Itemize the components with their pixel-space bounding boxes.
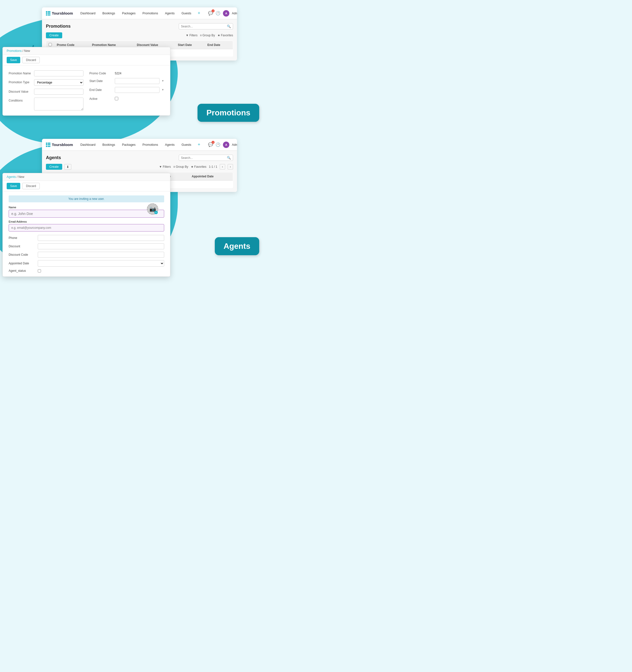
- field-promo-code: Promo Code 5224: [90, 70, 164, 75]
- filter-icon: ▼: [186, 33, 188, 37]
- discount-value-input[interactable]: [34, 89, 83, 95]
- phone-label: Phone: [9, 236, 36, 240]
- nav-packages[interactable]: Packages: [121, 11, 137, 15]
- filters-label: Filters: [189, 33, 198, 37]
- favorites-button[interactable]: ★ Favorites: [218, 33, 233, 37]
- avatar[interactable]: A: [223, 10, 229, 17]
- invite-banner: You are inviting a new user.: [9, 195, 164, 202]
- promotions-form-row: Promotion Name Promotion Type Percentage…: [9, 70, 164, 111]
- start-date-input[interactable]: [115, 78, 159, 84]
- promotions-form-body: Promotion Name Promotion Type Percentage…: [3, 66, 170, 115]
- agents-star-icon: ★: [191, 165, 194, 168]
- agent-email-input[interactable]: [9, 224, 164, 232]
- promotions-form-actions: Save Discard: [3, 55, 170, 66]
- agents-search-input[interactable]: [181, 156, 227, 160]
- active-label: Active: [90, 96, 113, 100]
- agents-create-button[interactable]: Create: [46, 164, 62, 170]
- nav-agents-b[interactable]: Agents: [163, 143, 176, 146]
- nav-guests-b[interactable]: Guests: [180, 143, 193, 146]
- field-end-date: End Date ▼: [90, 87, 164, 93]
- promotions-page-header: Promotions 🔍: [46, 23, 233, 29]
- photo-upload-button[interactable]: 📷 +: [147, 203, 158, 215]
- create-button[interactable]: Create: [46, 32, 62, 38]
- promotion-type-select[interactable]: Percentage Fixed: [34, 79, 83, 86]
- save-button[interactable]: Save: [7, 57, 20, 63]
- notifications-icon[interactable]: 💬 2: [208, 11, 213, 16]
- active-checkbox[interactable]: [115, 97, 118, 100]
- admin-name-b: Administrator: [232, 143, 237, 146]
- search-icon[interactable]: 🔍: [227, 24, 231, 28]
- email-field-label: Email Address: [9, 220, 164, 223]
- nav-bookings-b[interactable]: Bookings: [101, 143, 117, 146]
- star-icon: ★: [218, 33, 220, 37]
- brand-logo: Toursbloom: [46, 11, 73, 16]
- add-nav-icon[interactable]: +: [198, 10, 200, 16]
- search-input[interactable]: [181, 25, 227, 28]
- agents-favorites-button[interactable]: ★ Favorites: [191, 165, 206, 168]
- pagination-text: 1-1 / 1: [209, 165, 217, 168]
- agents-discard-button[interactable]: Discard: [22, 183, 40, 189]
- nav-packages-b[interactable]: Packages: [121, 143, 137, 146]
- toolbar-right: ▼ Filters ≡ Group By ★ Favorites: [186, 33, 233, 37]
- avatar-b[interactable]: A: [223, 142, 229, 148]
- group-by-button[interactable]: ≡ Group By: [200, 33, 215, 37]
- agents-favorites-label: Favorites: [194, 165, 206, 168]
- end-date-input[interactable]: [115, 87, 159, 93]
- agent-name-input[interactable]: [9, 210, 164, 218]
- name-section: Name 📷 +: [9, 206, 164, 218]
- promotions-form-right: Promo Code 5224 Start Date ▼ End Date ▼ …: [90, 70, 164, 111]
- nav-promotions[interactable]: Promotions: [141, 11, 159, 15]
- agents-toolbar: Create ⬇ ▼ Filters ≡ Group By ★ Favorite…: [46, 164, 233, 170]
- brand-grid-icon: [46, 11, 50, 16]
- admin-name: Administrator: [232, 11, 237, 15]
- download-button[interactable]: ⬇: [64, 164, 71, 170]
- agents-search-bar: 🔍: [179, 155, 233, 161]
- nav-bookings[interactable]: Bookings: [101, 11, 117, 15]
- add-nav-icon-b[interactable]: +: [198, 142, 200, 147]
- agent-status-checkbox[interactable]: [38, 269, 41, 272]
- col-end-date: End Date: [205, 41, 233, 49]
- brand-logo-bottom: Toursbloom: [46, 143, 73, 147]
- nav-dashboard-b[interactable]: Dashboard: [79, 143, 97, 146]
- agents-breadcrumb-parent-link[interactable]: Agents: [7, 175, 16, 178]
- agents-filters-button[interactable]: ▼ Filters: [159, 165, 171, 168]
- discount-input[interactable]: [38, 243, 164, 249]
- discard-button[interactable]: Discard: [22, 57, 40, 63]
- agents-form-body: You are inviting a new user. Name 📷 + Em…: [3, 191, 170, 277]
- notification-badge-b: 2: [211, 141, 214, 144]
- promotions-breadcrumb: Promotions / New: [3, 47, 170, 55]
- promotions-form-left: Promotion Name Promotion Type Percentage…: [9, 70, 83, 111]
- agents-form-overlay: Agents / New Save Discard You are inviti…: [2, 173, 170, 277]
- nav-agents[interactable]: Agents: [163, 11, 176, 15]
- discount-code-input[interactable]: [38, 252, 164, 258]
- promotion-name-input[interactable]: [34, 70, 83, 76]
- pagination-next[interactable]: ›: [228, 164, 233, 169]
- agents-search-icon[interactable]: 🔍: [227, 156, 231, 160]
- nav-guests[interactable]: Guests: [180, 11, 193, 15]
- nav-promotions-b[interactable]: Promotions: [141, 143, 159, 146]
- filters-button[interactable]: ▼ Filters: [186, 33, 198, 37]
- pagination-prev[interactable]: ‹: [220, 164, 225, 169]
- end-date-label: End Date: [90, 87, 113, 92]
- group-by-label: Group By: [202, 33, 215, 37]
- appointed-date-select[interactable]: [38, 260, 164, 267]
- field-phone: Phone: [9, 235, 164, 241]
- start-date-arrow: ▼: [161, 78, 164, 82]
- notifications-icon-b[interactable]: 💬 2: [208, 142, 213, 147]
- phone-input[interactable]: [38, 235, 164, 241]
- nav-dashboard[interactable]: Dashboard: [79, 11, 97, 15]
- agents-filter-icon: ▼: [159, 165, 162, 168]
- discount-label: Discount: [9, 245, 36, 248]
- agents-filters-label: Filters: [163, 165, 171, 168]
- conditions-textarea[interactable]: [34, 98, 83, 111]
- promo-code-value: 5224: [115, 70, 122, 75]
- field-discount: Discount: [9, 243, 164, 249]
- agents-save-button[interactable]: Save: [7, 183, 20, 189]
- clock-icon[interactable]: 🕐: [216, 11, 221, 16]
- select-all-checkbox[interactable]: [49, 43, 52, 46]
- agents-group-by-button[interactable]: ≡ Group By: [173, 165, 188, 168]
- breadcrumb-parent-link[interactable]: Promotions: [7, 49, 22, 53]
- clock-icon-b[interactable]: 🕐: [216, 142, 221, 147]
- name-field-label: Name: [9, 206, 164, 209]
- breadcrumb-separator: /: [23, 49, 24, 53]
